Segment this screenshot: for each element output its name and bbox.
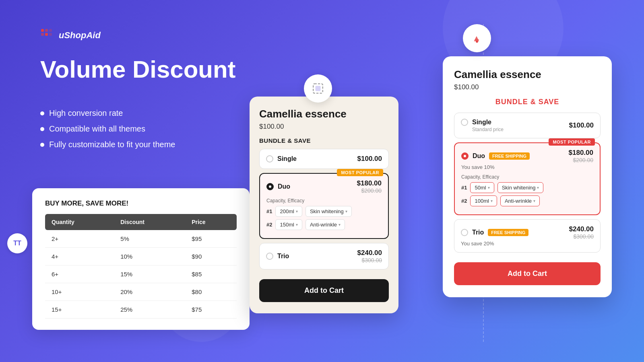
size-selector-2b[interactable]: 100ml ▾ xyxy=(470,195,497,206)
option-single-1[interactable]: Single $100.00 xyxy=(259,149,389,169)
option-name-duo-2: Duo xyxy=(473,152,485,160)
paint-icon xyxy=(471,32,483,45)
option-save-duo-2: You save 10% xyxy=(461,164,593,170)
svg-rect-0 xyxy=(41,29,44,32)
tt-badge: TT xyxy=(7,233,27,253)
volume-card-title: BUY MORE, SAVE MORE! xyxy=(45,200,237,208)
option-orig-trio-1: $300.00 xyxy=(357,257,382,263)
svg-point-8 xyxy=(476,41,478,43)
option-orig-duo-1: $200.00 xyxy=(357,187,382,194)
option-single-2[interactable]: Single Standard price $100.00 xyxy=(454,113,601,138)
product-price-1: $100.00 xyxy=(259,123,389,131)
col-price: Price xyxy=(185,214,237,230)
radio-trio-2[interactable] xyxy=(461,229,468,236)
svg-rect-7 xyxy=(316,86,321,91)
product-card-1: Camellia essence $100.00 BUNDLE & SAVE S… xyxy=(250,97,398,313)
size-selector-1a[interactable]: 200ml ▾ xyxy=(275,206,302,217)
most-popular-badge-2: MOST POPULAR xyxy=(549,138,595,146)
product-card-2: Camellia essence $100.00 BUNDLE & SAVE S… xyxy=(443,56,612,297)
table-row: 2+ 5% $95 xyxy=(45,230,237,248)
most-popular-badge-1: MOST POPULAR xyxy=(337,169,383,176)
radio-duo-2[interactable] xyxy=(461,152,469,160)
selector-row-1b: #2 150ml ▾ Anti-wrinkle ▾ xyxy=(266,219,382,230)
crop-icon-circle xyxy=(304,74,332,103)
page-title: Volume Discount xyxy=(40,56,236,83)
bundle-title-2: BUNDLE & SAVE xyxy=(454,98,601,106)
bundle-title-1: BUNDLE & SAVE xyxy=(259,137,389,144)
effect-selector-2b[interactable]: Anti-wrinkle ▾ xyxy=(500,195,540,206)
option-duo-2[interactable]: MOST POPULAR Duo FREE SHIPPING $180.00 $… xyxy=(454,142,601,215)
free-shipping-badge-duo: FREE SHIPPING xyxy=(489,152,530,160)
effect-selector-2a[interactable]: Skin whitening ▾ xyxy=(497,182,544,193)
selector-row-2b: #2 100ml ▾ Anti-wrinkle ▾ xyxy=(461,195,593,206)
volume-table: Quantity Discount Price 2+ 5% $95 4+ 10%… xyxy=(45,214,237,319)
radio-single-2[interactable] xyxy=(461,119,468,126)
option-save-trio-2: You save 20% xyxy=(461,241,594,247)
size-selector-2a[interactable]: 50ml ▾ xyxy=(470,182,494,193)
svg-rect-5 xyxy=(49,33,52,36)
svg-rect-4 xyxy=(49,29,52,32)
hero-bullets: High conversion rate Compatible with all… xyxy=(40,109,175,156)
product-name-2: Camellia essence xyxy=(454,68,601,81)
brand-name: uShopAid xyxy=(59,30,101,41)
crop-icon xyxy=(312,82,324,95)
table-row: 15+ 25% $75 xyxy=(45,301,237,319)
selectors-label-1: Capacity, Efficacy xyxy=(266,198,382,204)
volume-discount-card: BUY MORE, SAVE MORE! Quantity Discount P… xyxy=(32,188,250,330)
effect-selector-1a[interactable]: Skin whitening ▾ xyxy=(305,206,352,217)
selectors-label-2: Capacity, Efficacy xyxy=(461,174,593,180)
selector-row-2a: #1 50ml ▾ Skin whitening ▾ xyxy=(461,182,593,193)
product-name-1: Camellia essence xyxy=(259,108,389,120)
option-trio-2[interactable]: Trio FREE SHIPPING $240.00 $300.00 You s… xyxy=(454,219,601,253)
option-price-duo-1: $180.00 xyxy=(357,179,382,187)
option-name-single-2: Single xyxy=(472,119,491,126)
radio-duo-1[interactable] xyxy=(266,183,274,190)
logo: uShopAid xyxy=(40,28,101,43)
logo-icon xyxy=(40,28,55,43)
option-duo-1[interactable]: MOST POPULAR Duo $180.00 $200.00 Capacit… xyxy=(259,173,389,239)
option-price-trio-1: $240.00 xyxy=(357,249,382,257)
radio-single-1[interactable] xyxy=(266,155,273,162)
selector-row-1a: #1 200ml ▾ Skin whitening ▾ xyxy=(266,206,382,217)
bullet-2: Compatible with all themes xyxy=(40,124,175,134)
svg-rect-1 xyxy=(45,29,48,32)
svg-rect-3 xyxy=(45,33,48,36)
product-price-2: $100.00 xyxy=(454,83,601,91)
option-price-trio-2: $240.00 xyxy=(569,225,594,233)
svg-rect-2 xyxy=(41,33,44,36)
option-price-single-1: $100.00 xyxy=(357,155,382,163)
effect-selector-1b[interactable]: Anti-wrinkle ▾ xyxy=(305,219,345,230)
add-to-cart-button-2[interactable]: Add to Cart xyxy=(454,262,601,285)
table-row: 10+ 20% $80 xyxy=(45,283,237,301)
option-orig-trio-2: $300.00 xyxy=(569,233,594,240)
option-sub-single-2: Standard price xyxy=(472,127,504,132)
option-price-single-2: $100.00 xyxy=(569,121,594,130)
option-name-trio-2: Trio xyxy=(472,229,484,236)
option-trio-1[interactable]: Trio $240.00 $300.00 xyxy=(259,243,389,269)
option-name-duo-1: Duo xyxy=(278,183,290,190)
radio-trio-1[interactable] xyxy=(266,253,273,260)
col-quantity: Quantity xyxy=(45,214,114,230)
option-orig-duo-2: $200.00 xyxy=(569,157,593,163)
paint-icon-circle xyxy=(463,24,491,52)
option-price-duo-2: $180.00 xyxy=(569,149,593,157)
add-to-cart-button-1[interactable]: Add to Cart xyxy=(259,279,389,302)
free-shipping-badge-trio: FREE SHIPPING xyxy=(488,229,528,236)
table-row: 6+ 15% $85 xyxy=(45,265,237,283)
col-discount: Discount xyxy=(114,214,185,230)
option-name-trio-1: Trio xyxy=(277,253,289,260)
bullet-3: Fully customizable to fit your theme xyxy=(40,140,175,149)
size-selector-1b[interactable]: 150ml ▾ xyxy=(275,219,302,230)
option-name-single-1: Single xyxy=(277,155,297,162)
table-row: 4+ 10% $90 xyxy=(45,248,237,265)
bullet-1: High conversion rate xyxy=(40,109,175,118)
